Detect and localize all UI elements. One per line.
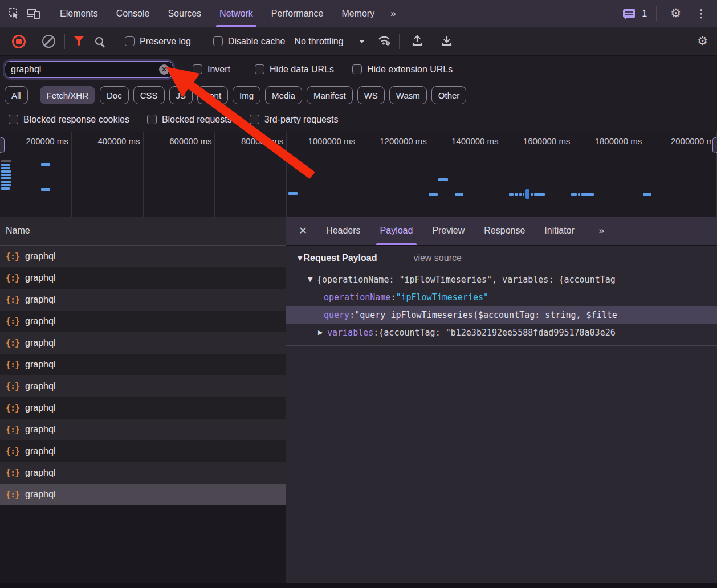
throttling-select[interactable]: No throttling (294, 36, 364, 47)
tab-performance[interactable]: Performance (262, 0, 333, 27)
request-bar (530, 193, 533, 196)
tab-network[interactable]: Network (210, 0, 262, 27)
payload-variables-row[interactable]: ▶ variables: {accountTag: "b12e3b2192ee5… (286, 324, 717, 341)
settings-gear-icon[interactable]: ⚙ (665, 7, 687, 19)
preserve-log-checkbox[interactable]: Preserve log (125, 36, 191, 47)
request-row-selected[interactable]: {:}graphql (0, 484, 286, 505)
type-filter-img[interactable]: Img (233, 86, 260, 104)
clear-filter-icon[interactable]: ✕ (159, 64, 169, 75)
invert-checkbox[interactable]: Invert (193, 64, 230, 75)
network-toolbar: Preserve log Disable cache No throttling (0, 27, 717, 56)
payload-root-row[interactable]: ▼ {operationName: "ipFlowTimeseries", va… (286, 271, 717, 288)
fetch-xhr-icon: {:} (6, 273, 19, 283)
network-content: Name {:}graphql {:}graphql {:}graphql {:… (0, 217, 717, 588)
hide-extension-urls-label: Hide extension URLs (367, 64, 453, 75)
request-row[interactable]: {:}graphql (0, 289, 286, 311)
network-settings-gear-icon[interactable]: ⚙ (697, 35, 708, 47)
request-bar (523, 193, 524, 196)
request-payload-section-header[interactable]: ▼ Request Payload view source (286, 246, 717, 271)
device-toolbar-icon[interactable] (24, 5, 43, 23)
type-filter-ws[interactable]: WS (357, 86, 385, 104)
detail-tab-preview[interactable]: Preview (422, 217, 474, 245)
devtools-tabbar: Elements Console Sources Network Perform… (0, 0, 717, 27)
request-row[interactable]: {:}graphql (0, 440, 286, 462)
request-bar (515, 193, 518, 196)
more-tabs-icon[interactable]: » (384, 8, 404, 19)
filter-icon[interactable] (74, 36, 84, 46)
blocked-response-cookies-checkbox[interactable]: Blocked response cookies (9, 115, 129, 125)
request-detail-pane: ✕ Headers Payload Preview Response Initi… (286, 217, 717, 588)
request-row[interactable]: {:}graphql (0, 267, 286, 289)
checkbox-icon (147, 115, 157, 124)
payload-query-row-selected[interactable]: query: "query ipFlowTimeseries($accountT… (286, 306, 717, 324)
type-filter-css[interactable]: CSS (133, 86, 165, 104)
request-row[interactable]: {:}graphql (0, 397, 286, 419)
detail-tab-payload[interactable]: Payload (370, 217, 423, 245)
inspect-element-icon[interactable] (5, 5, 24, 23)
name-column-header[interactable]: Name (0, 217, 286, 246)
export-har-icon[interactable] (441, 34, 453, 49)
payload-operation-row[interactable]: operationName: "ipFlowTimeseries" (286, 288, 717, 306)
network-overview-timeline[interactable]: 200000 ms 400000 ms 600000 ms 800000 ms … (0, 132, 717, 217)
request-name: graphql (25, 360, 55, 370)
close-icon[interactable]: ✕ (286, 224, 316, 237)
type-filter-all[interactable]: All (5, 86, 28, 104)
request-row[interactable]: {:}graphql (0, 246, 286, 267)
customize-menu-icon[interactable]: ⋮ (690, 7, 712, 20)
import-har-icon[interactable] (411, 34, 423, 49)
timeline-left-handle[interactable] (0, 137, 5, 153)
type-filter-font[interactable]: Font (197, 86, 228, 104)
tab-elements[interactable]: Elements (51, 0, 107, 27)
more-detail-tabs-icon[interactable]: » (592, 225, 612, 236)
record-icon[interactable] (12, 35, 26, 48)
request-bar (1, 160, 11, 162)
fetch-xhr-icon: {:} (6, 446, 19, 456)
divider (46, 6, 46, 21)
request-name: graphql (25, 403, 55, 413)
timeline-right-handle[interactable] (712, 137, 717, 153)
request-row[interactable]: {:}graphql (0, 311, 286, 332)
blocked-requests-checkbox[interactable]: Blocked requests (147, 115, 232, 125)
divider (656, 6, 657, 21)
checkbox-icon (213, 36, 223, 46)
type-filter-js[interactable]: JS (169, 86, 193, 104)
type-filter-wasm[interactable]: Wasm (389, 86, 427, 104)
clear-network-log-icon[interactable] (42, 35, 55, 48)
request-row[interactable]: {:}graphql (0, 375, 286, 397)
tab-memory[interactable]: Memory (332, 0, 384, 27)
collapse-triangle-icon[interactable]: ▼ (308, 276, 317, 283)
view-source-link[interactable]: view source (413, 253, 461, 263)
checkbox-icon (193, 64, 202, 74)
type-filter-other[interactable]: Other (431, 86, 467, 104)
disable-cache-checkbox[interactable]: Disable cache (213, 36, 286, 47)
request-bar (1, 184, 11, 186)
tabbar-right-controls: 1 ⚙ ⋮ (623, 6, 717, 21)
type-filter-media[interactable]: Media (265, 86, 302, 104)
detail-tab-response[interactable]: Response (474, 217, 535, 245)
tab-console[interactable]: Console (107, 0, 159, 27)
type-filter-manifest[interactable]: Manifest (307, 86, 353, 104)
network-conditions-icon[interactable] (377, 34, 391, 48)
divider (64, 34, 65, 49)
detail-tab-initiator[interactable]: Initiator (535, 217, 584, 245)
request-bar (581, 193, 594, 196)
type-filter-fetch-xhr[interactable]: Fetch/XHR (40, 86, 95, 104)
hide-extension-urls-checkbox[interactable]: Hide extension URLs (352, 64, 453, 75)
detail-tab-headers[interactable]: Headers (316, 217, 370, 245)
expand-triangle-icon[interactable]: ▶ (318, 329, 327, 336)
search-icon[interactable] (94, 36, 105, 47)
request-row[interactable]: {:}graphql (0, 354, 286, 375)
divider (34, 88, 34, 102)
request-name: graphql (25, 316, 55, 326)
filter-input[interactable] (5, 61, 173, 78)
type-filter-doc[interactable]: Doc (100, 86, 129, 104)
key-separator: : (390, 292, 396, 303)
tab-sources[interactable]: Sources (158, 0, 210, 27)
fetch-xhr-icon: {:} (6, 316, 19, 326)
issues-icon[interactable] (623, 9, 635, 18)
third-party-requests-checkbox[interactable]: 3rd-party requests (250, 115, 339, 125)
hide-data-urls-checkbox[interactable]: Hide data URLs (255, 64, 334, 75)
request-row[interactable]: {:}graphql (0, 419, 286, 440)
request-row[interactable]: {:}graphql (0, 332, 286, 354)
request-row[interactable]: {:}graphql (0, 462, 286, 484)
